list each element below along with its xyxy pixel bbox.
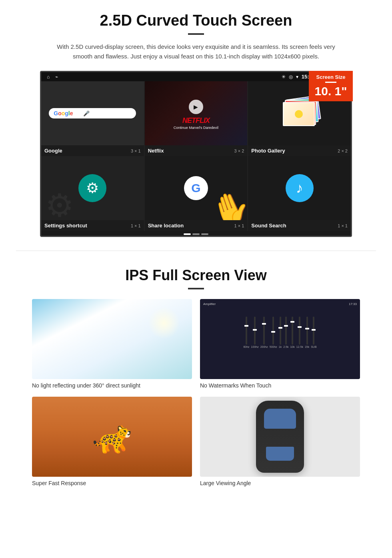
- badge-label: Screen Size: [314, 74, 347, 80]
- sound-search-app-name: Sound Search: [251, 223, 286, 229]
- amp-slider-4: 500hz: [270, 317, 277, 348]
- settings-icon: ⚙: [78, 174, 106, 202]
- car-windshield: [264, 409, 296, 429]
- section-curved-touch: 2.5D Curved Touch Screen With 2.5D curve…: [0, 0, 392, 247]
- badge-divider: [325, 82, 336, 83]
- large-viewing-image: [200, 397, 360, 477]
- settings-label-row: Settings shortcut 1 × 1: [41, 220, 144, 231]
- device-wrapper: Screen Size 10. 1" ⌂ ⌁ ✳ ◎ ▾ 15:06 ⊡ ◁) …: [40, 71, 352, 237]
- feature-image-grid: No light reflecting under 360° direct su…: [32, 299, 360, 486]
- photo-gallery-app-name: Photo Gallery: [251, 148, 285, 154]
- large-viewing-caption: Large Viewing Angle: [200, 480, 360, 486]
- amp-slider-9: 15k: [305, 317, 309, 348]
- google-search-bar[interactable]: Google 🎤: [49, 108, 136, 118]
- google-app-size: 3 × 1: [131, 149, 141, 153]
- car-top-view: [256, 401, 304, 473]
- amp-slider-8: 12.5k: [296, 317, 303, 348]
- amp-sliders: 60hz 100hz 200hz 500hz 1k 2.5k 10k 12.5k…: [203, 308, 357, 348]
- badge-size: 10. 1": [314, 84, 347, 98]
- signal-icon: ▾: [296, 74, 298, 80]
- amp-slider-sub: SUB: [311, 317, 316, 348]
- netflix-logo: NETFLIX: [174, 116, 218, 125]
- status-left: ⌂ ⌁: [47, 74, 58, 80]
- flower-center: [295, 110, 303, 118]
- netflix-play-button[interactable]: ▶: [189, 100, 203, 114]
- amp-slider-6: 2.5k: [283, 317, 288, 348]
- settings-app-name: Settings shortcut: [44, 223, 87, 229]
- section2-title: IPS Full Screen View: [24, 267, 368, 284]
- feature-large-viewing: Large Viewing Angle: [200, 397, 360, 486]
- car-rear-window: [266, 447, 294, 461]
- super-fast-image: 🐆: [32, 397, 192, 477]
- amp-slider-1: 60hz: [243, 317, 249, 348]
- dots-row: [41, 231, 351, 236]
- netflix-subtitle: Continue Marvel's Daredevil: [174, 126, 218, 130]
- dot-1: [184, 233, 191, 235]
- device-screen: ⌂ ⌁ ✳ ◎ ▾ 15:06 ⊡ ◁) ⊠ ▭: [40, 71, 352, 237]
- sky-visual: [32, 299, 192, 379]
- no-light-image: [32, 299, 192, 379]
- section1-description: With 2.5D curved-display screen, this de…: [56, 42, 336, 61]
- usb-icon: ⌁: [55, 74, 58, 80]
- cheetah-visual: 🐆: [32, 397, 192, 477]
- dot-3: [201, 233, 208, 235]
- amp-header: Amplifier 17:33: [203, 302, 357, 306]
- sound-search-label-row: Sound Search 1 × 1: [248, 220, 351, 231]
- google-logo: Google: [54, 110, 73, 116]
- super-fast-caption: Super Fast Response: [32, 480, 192, 486]
- cheetah-emoji: 🐆: [92, 418, 132, 456]
- google-app-cell[interactable]: Google 🎤 Google 3 × 1: [41, 81, 144, 156]
- no-watermarks-caption: No Watermarks When Touch: [200, 382, 360, 389]
- mic-icon: 🎤: [83, 110, 90, 116]
- app-grid-row1: Google 🎤 Google 3 × 1: [41, 81, 351, 156]
- amp-slider-7: 10k: [290, 317, 294, 348]
- amp-time: 17:33: [349, 302, 357, 306]
- bluetooth-icon: ✳: [282, 74, 286, 80]
- netflix-app-cell[interactable]: ▶ NETFLIX Continue Marvel's Daredevil Ne…: [145, 81, 248, 156]
- amp-slider-3: 200hz: [260, 317, 268, 348]
- amp-slider-5: 1k: [279, 317, 282, 348]
- status-bar: ⌂ ⌁ ✳ ◎ ▾ 15:06 ⊡ ◁) ⊠ ▭: [41, 72, 351, 81]
- app-grid-row2: ⚙ ⚙ Settings shortcut 1 × 1 G ✋ Sh: [41, 156, 351, 231]
- share-location-app-name: Share location: [148, 223, 184, 229]
- section1-title: 2.5D Curved Touch Screen: [24, 12, 368, 29]
- google-g-logo: G: [184, 176, 208, 200]
- share-location-app-size: 1 × 1: [234, 223, 244, 228]
- settings-app-size: 1 × 1: [131, 223, 141, 228]
- dot-2: [192, 233, 200, 235]
- amp-slider-2: 100hz: [251, 317, 259, 348]
- car-visual: [200, 397, 360, 477]
- netflix-content: ▶ NETFLIX Continue Marvel's Daredevil: [174, 97, 218, 130]
- sound-search-icon: ♪: [286, 174, 314, 202]
- settings-app-cell[interactable]: ⚙ ⚙ Settings shortcut 1 × 1: [41, 156, 144, 231]
- netflix-app-name: Netflix: [148, 148, 164, 154]
- feature-no-light: No light reflecting under 360° direct su…: [32, 299, 192, 389]
- amplifier-visual: Amplifier 17:33 60hz 100hz 200hz 500hz 1…: [200, 299, 360, 379]
- home-icon: ⌂: [47, 74, 50, 80]
- photo-layer-main: [283, 102, 315, 126]
- netflix-app-size: 3 × 2: [234, 149, 244, 153]
- section1-underline: [188, 33, 204, 35]
- google-app-name: Google: [44, 148, 62, 154]
- google-label-row: Google 3 × 1: [41, 145, 144, 156]
- amp-title: Amplifier: [203, 302, 216, 306]
- hand-pointing-icon: ✋: [206, 185, 247, 220]
- photo-gallery-label-row: Photo Gallery 2 × 2: [248, 145, 351, 156]
- gps-icon: ◎: [289, 74, 293, 80]
- share-location-label-row: Share location 1 × 1: [145, 220, 248, 231]
- no-watermarks-image: Amplifier 17:33 60hz 100hz 200hz 500hz 1…: [200, 299, 360, 379]
- feature-no-watermarks: Amplifier 17:33 60hz 100hz 200hz 500hz 1…: [200, 299, 360, 389]
- settings-shadow: ⚙: [45, 187, 74, 220]
- share-location-cell[interactable]: G ✋ Share location 1 × 1: [145, 156, 248, 231]
- feature-super-fast: 🐆 Super Fast Response: [32, 397, 192, 486]
- screen-size-badge: Screen Size 10. 1": [309, 71, 353, 101]
- sound-search-app-size: 1 × 1: [338, 223, 348, 228]
- sun-glow: [148, 307, 180, 339]
- no-light-caption: No light reflecting under 360° direct su…: [32, 382, 192, 389]
- photo-gallery-app-size: 2 × 2: [338, 149, 348, 153]
- section2-underline: [188, 288, 204, 289]
- section-ips: IPS Full Screen View No light reflecting…: [0, 255, 392, 494]
- netflix-label-row: Netflix 3 × 2: [145, 145, 248, 156]
- sound-search-cell[interactable]: ♪ Sound Search 1 × 1: [248, 156, 351, 231]
- section-divider: [16, 251, 376, 251]
